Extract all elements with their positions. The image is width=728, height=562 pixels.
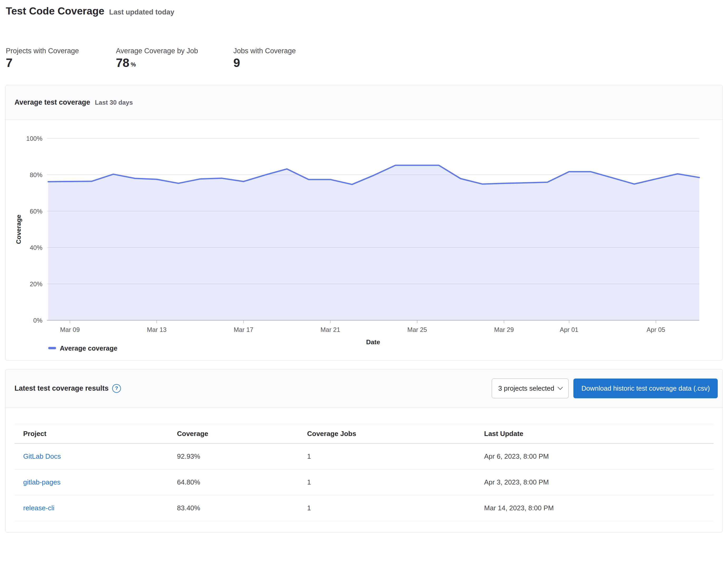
coverage-value: 64.80%: [168, 470, 298, 495]
y-tick-label: 100%: [26, 135, 42, 142]
table-row: GitLab Docs 92.93% 1 Apr 6, 2023, 8:00 P…: [14, 443, 714, 470]
y-tick-label: 60%: [30, 208, 42, 215]
y-tick-label: 0%: [33, 317, 42, 324]
column-header-coverage: Coverage: [168, 424, 298, 444]
metrics-row: Projects with Coverage 7 Average Coverag…: [6, 47, 296, 69]
test-code-coverage-page: Test Code Coverage Last updated today Pr…: [0, 0, 728, 562]
x-tick-label: Mar 21: [321, 326, 340, 333]
help-question-icon[interactable]: ?: [112, 384, 121, 393]
x-tick-label: Mar 13: [147, 326, 167, 333]
latest-test-coverage-results-card: Latest test coverage results ? 3 project…: [5, 369, 723, 532]
legend-swatch: [48, 347, 56, 349]
table-row: release-cli 83.40% 1 Mar 14, 2023, 8:00 …: [14, 495, 714, 521]
metric-unit: %: [131, 61, 136, 68]
coverage-value: 92.93%: [168, 443, 298, 470]
metric-value: 7: [6, 57, 13, 69]
project-link[interactable]: gitlab-pages: [23, 478, 61, 486]
coverage-value: 83.40%: [168, 495, 298, 521]
x-tick-label: Mar 25: [407, 326, 427, 333]
metric-jobs-with-coverage: Jobs with Coverage 9: [233, 47, 296, 69]
projects-selected-dropdown[interactable]: 3 projects selected: [492, 379, 569, 398]
chart-card-header: Average test coverage Last 30 days: [6, 85, 722, 120]
metric-label: Projects with Coverage: [6, 47, 116, 55]
last-updated-text: Last updated today: [109, 8, 174, 16]
table-row: gitlab-pages 64.80% 1 Apr 3, 2023, 8:00 …: [14, 470, 714, 495]
project-link[interactable]: GitLab Docs: [23, 452, 61, 460]
x-tick-label: Apr 01: [560, 326, 578, 333]
y-axis-title: Coverage: [15, 214, 22, 244]
coverage-jobs-value: 1: [298, 495, 475, 521]
chart-card-subtitle: Last 30 days: [95, 99, 133, 106]
table-header-row: Project Coverage Coverage Jobs Last Upda…: [14, 424, 714, 444]
metric-label: Average Coverage by Job: [116, 47, 233, 55]
metric-average-coverage-by-job: Average Coverage by Job 78 %: [116, 47, 233, 69]
y-tick-label: 20%: [30, 280, 42, 288]
x-axis-title: Date: [366, 339, 380, 346]
chart-area-fill: [48, 165, 699, 320]
page-title: Test Code Coverage: [6, 5, 104, 17]
projects-dropdown-label: 3 projects selected: [498, 385, 554, 392]
average-test-coverage-card: Average test coverage Last 30 days 0%20%…: [5, 85, 723, 361]
last-update-value: Apr 3, 2023, 8:00 PM: [475, 470, 714, 495]
metric-value: 9: [233, 57, 240, 69]
coverage-jobs-value: 1: [298, 470, 475, 495]
column-header-coverage-jobs: Coverage Jobs: [298, 424, 475, 444]
x-tick-label: Mar 29: [494, 326, 514, 333]
y-tick-label: 40%: [30, 244, 42, 251]
last-update-value: Apr 6, 2023, 8:00 PM: [475, 443, 714, 470]
x-tick-label: Mar 17: [234, 326, 253, 333]
chart-body: 0%20%40%60%80%100%Mar 09Mar 13Mar 17Mar …: [6, 120, 722, 360]
table-card-title: Latest test coverage results: [14, 384, 109, 393]
x-tick-label: Apr 05: [647, 326, 665, 333]
coverage-results-table: Project Coverage Coverage Jobs Last Upda…: [14, 424, 714, 521]
column-header-project: Project: [14, 424, 168, 444]
metric-label: Jobs with Coverage: [233, 47, 296, 55]
chart-card-title: Average test coverage: [14, 98, 90, 106]
table-card-header: Latest test coverage results ? 3 project…: [6, 369, 722, 408]
y-tick-label: 80%: [30, 171, 42, 178]
metric-projects-with-coverage: Projects with Coverage 7: [6, 47, 116, 69]
chevron-down-icon: [558, 385, 563, 390]
download-csv-button[interactable]: Download historic test coverage data (.c…: [573, 379, 718, 398]
average-coverage-area-chart: 0%20%40%60%80%100%Mar 09Mar 13Mar 17Mar …: [6, 120, 722, 360]
x-tick-label: Mar 09: [60, 326, 80, 333]
legend-label: Average coverage: [60, 345, 117, 352]
metric-value: 78: [116, 57, 129, 69]
last-update-value: Mar 14, 2023, 8:00 PM: [475, 495, 714, 521]
page-header: Test Code Coverage Last updated today: [6, 5, 174, 17]
coverage-jobs-value: 1: [298, 443, 475, 470]
column-header-last-update: Last Update: [475, 424, 714, 444]
project-link[interactable]: release-cli: [23, 504, 55, 512]
